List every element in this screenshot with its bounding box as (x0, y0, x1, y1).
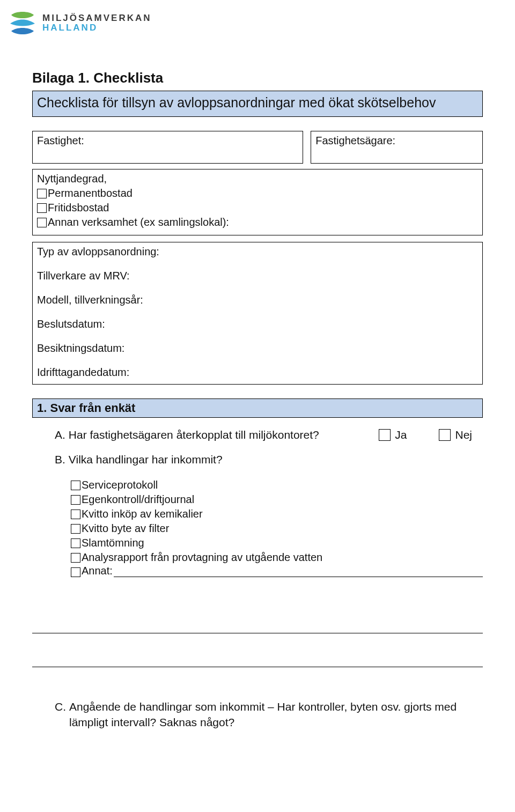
option-ja: Ja (379, 429, 407, 441)
checkbox-annat[interactable] (71, 567, 80, 577)
label-ja: Ja (395, 429, 407, 441)
detail-idrift: Idrifttagandedatum: (37, 366, 478, 379)
label-nej: Nej (455, 429, 472, 441)
detail-beslut: Beslutsdatum: (37, 318, 478, 330)
checkbox-kvitto-kemikalier[interactable] (71, 510, 80, 519)
label-annat: Annat: (82, 565, 113, 577)
detail-besiktning: Besiktningsdatum: (37, 342, 478, 355)
question-a-letter: A. (55, 429, 65, 441)
checkbox-analysrapport[interactable] (71, 553, 80, 563)
question-b-options: Serviceprotokoll Egenkontroll/driftjourn… (32, 478, 483, 577)
title-box: Checklista för tillsyn av avloppsanordni… (32, 91, 483, 117)
detail-typ: Typ av avloppsanordning: (37, 246, 478, 258)
checkbox-nej[interactable] (439, 429, 451, 441)
checkbox-row-permanent: Permanentbostad (37, 186, 478, 201)
checkbox-row-fritid: Fritidsbostad (37, 201, 478, 215)
fastighet-box[interactable]: Fastighet: (32, 131, 303, 164)
label-kvitto-kemikalier: Kvitto inköp av kemikalier (82, 507, 203, 521)
label-analysrapport: Analysrapport från provtagning av utgåen… (82, 550, 322, 565)
page-title: Bilaga 1. Checklista (32, 70, 483, 86)
question-c-letter: C. (55, 699, 66, 730)
checkbox-permanent[interactable] (37, 189, 47, 198)
row-serviceprotokoll: Serviceprotokoll (71, 478, 483, 492)
row-slamtomning: Slamtömning (71, 536, 483, 550)
question-b-row: B. Vilka handlingar har inkommit? (55, 453, 483, 466)
row-egenkontroll: Egenkontroll/driftjournal (71, 492, 483, 507)
option-nej: Nej (439, 429, 472, 441)
nyttjandegrad-box: Nyttjandegrad, Permanentbostad Fritidsbo… (32, 169, 483, 235)
question-b-letter: B. (55, 453, 65, 466)
section-1-header: 1. Svar från enkät (32, 398, 483, 418)
checkbox-fritid[interactable] (37, 203, 47, 213)
label-fritid: Fritidsbostad (48, 201, 109, 215)
label-kvitto-filter: Kvitto byte av filter (82, 521, 169, 536)
checkbox-ja[interactable] (379, 429, 391, 441)
logo-text-bottom: HALLAND (42, 23, 152, 33)
checkbox-kvitto-filter[interactable] (71, 524, 80, 534)
detail-tillverkare: Tillverkare av MRV: (37, 270, 478, 282)
detail-modell: Modell, tillverkningsår: (37, 294, 478, 306)
question-c-block: C. Angående de handlingar som inkommit –… (32, 699, 483, 730)
checkbox-row-annan: Annan verksamhet (ex samlingslokal): (37, 215, 478, 230)
question-b-text: Vilka handlingar har inkommit? (69, 453, 223, 466)
question-a-row: A. Har fastighetsägaren återkopplat till… (55, 429, 483, 441)
logo-text-top: MILJÖSAMVERKAN (42, 13, 152, 23)
row-kvitto-filter: Kvitto byte av filter (71, 521, 483, 536)
checkbox-slamtomning[interactable] (71, 538, 80, 548)
label-egenkontroll: Egenkontroll/driftjournal (82, 492, 194, 507)
row-kvitto-kemikalier: Kvitto inköp av kemikalier (71, 507, 483, 521)
question-c-text: Angående de handlingar som inkommit – Ha… (69, 699, 483, 730)
question-a-block: A. Har fastighetsägaren återkopplat till… (32, 429, 483, 466)
logo-icon (8, 9, 37, 38)
nyttjandegrad-label: Nyttjandegrad, (37, 173, 478, 185)
property-row: Fastighet: Fastighetsägare: (32, 131, 483, 164)
logo-text: MILJÖSAMVERKAN HALLAND (42, 13, 152, 33)
fastighet-label: Fastighet: (37, 135, 84, 146)
logo-block: MILJÖSAMVERKAN HALLAND (8, 9, 483, 38)
fastighetsagare-box[interactable]: Fastighetsägare: (311, 131, 483, 164)
label-slamtomning: Slamtömning (82, 536, 144, 550)
free-text-line-2[interactable] (32, 648, 483, 667)
details-box: Typ av avloppsanordning: Tillverkare av … (32, 242, 483, 385)
free-text-line-1[interactable] (32, 615, 483, 633)
question-a-text: Har fastighetsägaren återkopplat till mi… (69, 429, 319, 441)
annat-input-line[interactable] (114, 567, 483, 577)
document-page: MILJÖSAMVERKAN HALLAND Bilaga 1. Checkli… (0, 0, 515, 751)
row-analysrapport: Analysrapport från provtagning av utgåen… (71, 550, 483, 565)
label-permanent: Permanentbostad (48, 186, 133, 201)
checkbox-annan-verksamhet[interactable] (37, 218, 47, 227)
fastighetsagare-label: Fastighetsägare: (315, 135, 395, 146)
checkbox-serviceprotokoll[interactable] (71, 481, 80, 490)
row-annat: Annat: (71, 565, 483, 577)
label-serviceprotokoll: Serviceprotokoll (82, 478, 158, 492)
label-annan-verksamhet: Annan verksamhet (ex samlingslokal): (48, 215, 229, 230)
checkbox-egenkontroll[interactable] (71, 495, 80, 505)
